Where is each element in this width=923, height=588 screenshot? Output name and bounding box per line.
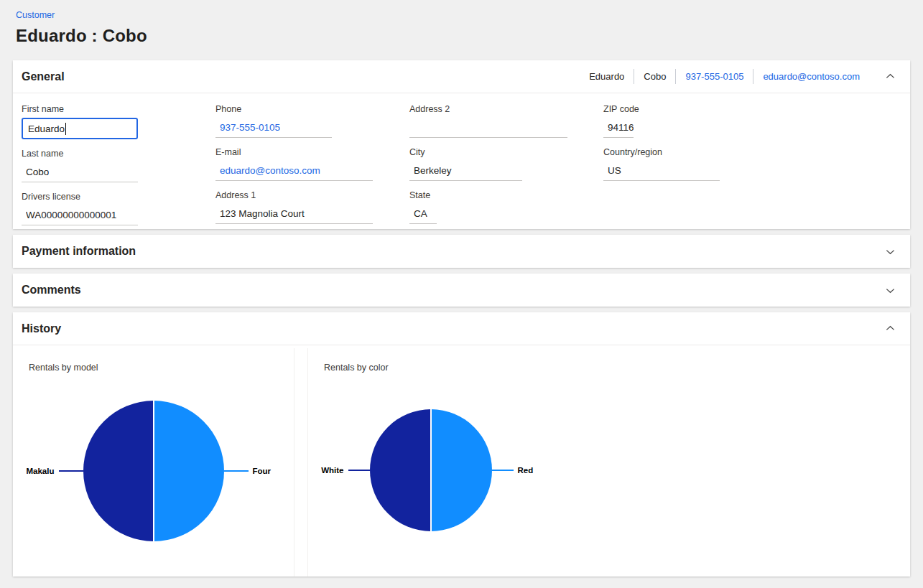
callout-line: [348, 470, 370, 471]
pie-slice-label: Red: [514, 466, 549, 475]
email-label: E-mail: [215, 147, 373, 157]
address1-input[interactable]: 123 Magnolia Court: [215, 204, 373, 224]
chevron-down-icon[interactable]: [882, 243, 899, 260]
general-summary: Eduardo Cobo 937-555-0105 eduardo@contos…: [580, 69, 869, 84]
pie-slice-label: Four: [249, 467, 290, 475]
history-section-title: History: [22, 322, 61, 335]
field-address2: Address 2: [409, 104, 567, 138]
last-name-label: Last name: [22, 149, 138, 159]
history-section: History Rentals by model Makalu Four Ren…: [13, 312, 910, 577]
comments-section-header[interactable]: Comments: [13, 274, 910, 307]
field-email: E-mail eduardo@contoso.com: [215, 147, 373, 181]
address2-input[interactable]: [409, 118, 567, 138]
zip-label: ZIP code: [603, 104, 720, 114]
chevron-up-icon[interactable]: [882, 68, 899, 85]
pie-slice-label: White: [312, 466, 348, 475]
summary-email-link[interactable]: eduardo@contoso.com: [753, 71, 869, 82]
summary-last-name: Cobo: [634, 71, 675, 82]
country-input[interactable]: US: [603, 161, 720, 181]
callout-line: [224, 470, 249, 472]
pie-slice-label: Makalu: [17, 467, 59, 475]
address1-label: Address 1: [215, 190, 373, 200]
address2-label: Address 2: [409, 104, 567, 114]
pie-chart: [83, 401, 224, 541]
rentals-by-color-chart: Rentals by color White Red: [307, 348, 553, 577]
page-title: Eduardo : Cobo: [16, 26, 923, 46]
breadcrumb[interactable]: Customer: [16, 10, 55, 20]
summary-phone-link[interactable]: 937-555-0105: [676, 71, 753, 82]
callout-line: [492, 470, 514, 471]
history-section-header[interactable]: History: [13, 312, 910, 345]
general-section: General Eduardo Cobo 937-555-0105 eduard…: [13, 60, 910, 229]
field-drivers-license: Drivers license WA00000000000001: [22, 192, 138, 225]
payment-section-header[interactable]: Payment information: [13, 235, 910, 268]
phone-input[interactable]: 937-555-0105: [215, 118, 332, 138]
field-country: Country/region US: [603, 147, 720, 181]
zip-input[interactable]: 94116: [603, 118, 634, 138]
drivers-license-input[interactable]: WA00000000000001: [22, 205, 138, 225]
drivers-license-label: Drivers license: [22, 192, 138, 202]
field-address1: Address 1 123 Magnolia Court: [215, 190, 373, 224]
country-label: Country/region: [603, 147, 720, 157]
payment-section: Payment information: [13, 235, 910, 268]
general-section-header[interactable]: General Eduardo Cobo 937-555-0105 eduard…: [13, 60, 910, 93]
phone-value-link[interactable]: 937-555-0105: [220, 122, 280, 133]
general-fields: First name Eduardo Last name Cobo Driver…: [13, 93, 910, 229]
pie-chart: [370, 409, 492, 531]
history-charts: Rentals by model Makalu Four Rentals by …: [13, 345, 910, 577]
chevron-up-icon[interactable]: [882, 320, 899, 337]
chart-title: Rentals by color: [324, 363, 389, 373]
comments-section-title: Comments: [22, 284, 81, 297]
field-city: City Berkeley: [409, 147, 567, 181]
text-cursor: [65, 123, 66, 135]
first-name-input[interactable]: Eduardo: [22, 118, 138, 139]
page-header: Customer Eduardo : Cobo: [0, 0, 923, 60]
first-name-label: First name: [22, 104, 138, 114]
state-input[interactable]: CA: [409, 204, 437, 224]
city-label: City: [409, 147, 567, 157]
field-state: State CA: [409, 190, 567, 224]
field-phone: Phone 937-555-0105: [215, 104, 373, 138]
last-name-input[interactable]: Cobo: [22, 162, 138, 182]
rentals-by-model-chart: Rentals by model Makalu Four: [13, 348, 294, 577]
phone-label: Phone: [215, 104, 373, 114]
state-label: State: [409, 190, 567, 200]
general-section-title: General: [22, 70, 65, 83]
comments-section: Comments: [13, 274, 910, 307]
chart-title: Rentals by model: [29, 363, 98, 373]
chevron-down-icon[interactable]: [882, 282, 899, 299]
field-last-name: Last name Cobo: [22, 149, 138, 182]
callout-line: [59, 470, 83, 472]
summary-first-name: Eduardo: [580, 71, 634, 82]
email-input[interactable]: eduardo@contoso.com: [215, 161, 373, 181]
payment-section-title: Payment information: [22, 245, 136, 258]
email-value-link[interactable]: eduardo@contoso.com: [220, 165, 320, 176]
field-zip: ZIP code 94116: [603, 104, 720, 138]
city-input[interactable]: Berkeley: [409, 161, 522, 181]
field-first-name: First name Eduardo: [22, 104, 138, 139]
